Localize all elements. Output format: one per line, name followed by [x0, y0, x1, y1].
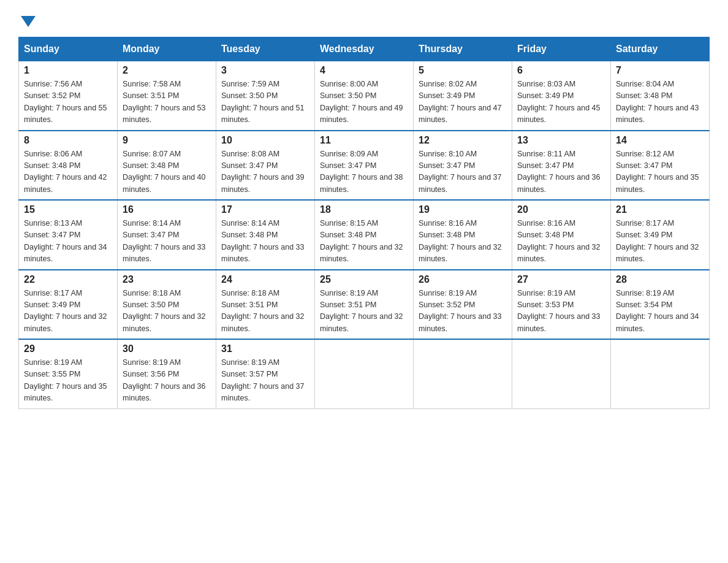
calendar-cell: 25Sunrise: 8:19 AMSunset: 3:51 PMDayligh… [315, 270, 414, 340]
calendar-cell: 20Sunrise: 8:16 AMSunset: 3:48 PMDayligh… [512, 200, 611, 270]
calendar-cell: 4Sunrise: 8:00 AMSunset: 3:50 PMDaylight… [315, 61, 414, 131]
calendar-cell: 5Sunrise: 8:02 AMSunset: 3:49 PMDaylight… [414, 61, 512, 131]
calendar-cell: 29Sunrise: 8:19 AMSunset: 3:55 PMDayligh… [19, 339, 118, 408]
logo [18, 12, 36, 25]
day-number: 29 [24, 343, 112, 354]
column-header-saturday: Saturday [611, 37, 710, 61]
day-number: 30 [123, 343, 211, 354]
day-number: 27 [517, 274, 605, 285]
day-info: Sunrise: 8:08 AMSunset: 3:47 PMDaylight:… [221, 148, 309, 196]
day-info: Sunrise: 8:19 AMSunset: 3:57 PMDaylight:… [221, 357, 309, 405]
day-number: 26 [419, 274, 507, 285]
day-info: Sunrise: 8:02 AMSunset: 3:49 PMDaylight:… [419, 79, 507, 126]
day-number: 20 [517, 204, 605, 215]
calendar-cell: 8Sunrise: 8:06 AMSunset: 3:48 PMDaylight… [19, 131, 118, 201]
day-number: 12 [419, 135, 507, 146]
calendar-cell: 30Sunrise: 8:19 AMSunset: 3:56 PMDayligh… [118, 339, 216, 408]
day-number: 8 [24, 135, 112, 146]
day-number: 22 [24, 274, 112, 285]
day-info: Sunrise: 8:07 AMSunset: 3:48 PMDaylight:… [123, 148, 211, 196]
calendar-cell: 11Sunrise: 8:09 AMSunset: 3:47 PMDayligh… [315, 131, 414, 201]
day-info: Sunrise: 8:17 AMSunset: 3:49 PMDaylight:… [616, 218, 704, 266]
column-header-tuesday: Tuesday [216, 37, 315, 61]
day-info: Sunrise: 8:10 AMSunset: 3:47 PMDaylight:… [419, 148, 507, 196]
page-header [18, 12, 710, 25]
calendar-cell: 14Sunrise: 8:12 AMSunset: 3:47 PMDayligh… [611, 131, 710, 201]
day-info: Sunrise: 8:16 AMSunset: 3:48 PMDaylight:… [517, 218, 605, 266]
day-info: Sunrise: 8:17 AMSunset: 3:49 PMDaylight:… [24, 288, 112, 335]
calendar-week-row: 8Sunrise: 8:06 AMSunset: 3:48 PMDaylight… [19, 131, 710, 201]
calendar-cell: 28Sunrise: 8:19 AMSunset: 3:54 PMDayligh… [611, 270, 710, 340]
day-number: 9 [123, 135, 211, 146]
day-info: Sunrise: 8:00 AMSunset: 3:50 PMDaylight:… [320, 79, 408, 126]
day-number: 1 [24, 65, 112, 76]
calendar-cell: 3Sunrise: 7:59 AMSunset: 3:50 PMDaylight… [216, 61, 315, 131]
day-info: Sunrise: 8:04 AMSunset: 3:48 PMDaylight:… [616, 79, 704, 126]
column-header-sunday: Sunday [19, 37, 118, 61]
calendar-cell: 15Sunrise: 8:13 AMSunset: 3:47 PMDayligh… [19, 200, 118, 270]
day-info: Sunrise: 7:58 AMSunset: 3:51 PMDaylight:… [123, 79, 211, 126]
day-info: Sunrise: 8:19 AMSunset: 3:55 PMDaylight:… [24, 357, 112, 405]
calendar-cell: 10Sunrise: 8:08 AMSunset: 3:47 PMDayligh… [216, 131, 315, 201]
day-number: 6 [517, 65, 605, 76]
day-number: 3 [221, 65, 309, 76]
calendar-cell [414, 339, 512, 408]
day-number: 7 [616, 65, 704, 76]
day-number: 24 [221, 274, 309, 285]
calendar-cell: 12Sunrise: 8:10 AMSunset: 3:47 PMDayligh… [414, 131, 512, 201]
calendar-cell: 31Sunrise: 8:19 AMSunset: 3:57 PMDayligh… [216, 339, 315, 408]
calendar-header-row: SundayMondayTuesdayWednesdayThursdayFrid… [19, 37, 710, 61]
calendar-week-row: 15Sunrise: 8:13 AMSunset: 3:47 PMDayligh… [19, 200, 710, 270]
calendar-table: SundayMondayTuesdayWednesdayThursdayFrid… [18, 37, 710, 409]
calendar-cell: 2Sunrise: 7:58 AMSunset: 3:51 PMDaylight… [118, 61, 216, 131]
calendar-cell: 23Sunrise: 8:18 AMSunset: 3:50 PMDayligh… [118, 270, 216, 340]
calendar-cell: 24Sunrise: 8:18 AMSunset: 3:51 PMDayligh… [216, 270, 315, 340]
calendar-cell [611, 339, 710, 408]
day-number: 16 [123, 204, 211, 215]
calendar-week-row: 29Sunrise: 8:19 AMSunset: 3:55 PMDayligh… [19, 339, 710, 408]
column-header-thursday: Thursday [414, 37, 512, 61]
day-info: Sunrise: 8:12 AMSunset: 3:47 PMDaylight:… [616, 148, 704, 196]
day-info: Sunrise: 8:19 AMSunset: 3:56 PMDaylight:… [123, 357, 211, 405]
day-info: Sunrise: 8:18 AMSunset: 3:51 PMDaylight:… [221, 288, 309, 335]
calendar-cell: 1Sunrise: 7:56 AMSunset: 3:52 PMDaylight… [19, 61, 118, 131]
day-number: 11 [320, 135, 408, 146]
calendar-cell [512, 339, 611, 408]
day-number: 28 [616, 274, 704, 285]
column-header-friday: Friday [512, 37, 611, 61]
day-number: 15 [24, 204, 112, 215]
calendar-week-row: 1Sunrise: 7:56 AMSunset: 3:52 PMDaylight… [19, 61, 710, 131]
day-info: Sunrise: 7:56 AMSunset: 3:52 PMDaylight:… [24, 79, 112, 126]
day-info: Sunrise: 8:03 AMSunset: 3:49 PMDaylight:… [517, 79, 605, 126]
day-info: Sunrise: 8:13 AMSunset: 3:47 PMDaylight:… [24, 218, 112, 266]
day-info: Sunrise: 7:59 AMSunset: 3:50 PMDaylight:… [221, 79, 309, 126]
day-number: 21 [616, 204, 704, 215]
day-number: 10 [221, 135, 309, 146]
calendar-cell: 13Sunrise: 8:11 AMSunset: 3:47 PMDayligh… [512, 131, 611, 201]
day-info: Sunrise: 8:14 AMSunset: 3:47 PMDaylight:… [123, 218, 211, 266]
day-info: Sunrise: 8:11 AMSunset: 3:47 PMDaylight:… [517, 148, 605, 196]
day-info: Sunrise: 8:18 AMSunset: 3:50 PMDaylight:… [123, 288, 211, 335]
calendar-cell: 27Sunrise: 8:19 AMSunset: 3:53 PMDayligh… [512, 270, 611, 340]
calendar-cell: 21Sunrise: 8:17 AMSunset: 3:49 PMDayligh… [611, 200, 710, 270]
calendar-cell: 9Sunrise: 8:07 AMSunset: 3:48 PMDaylight… [118, 131, 216, 201]
day-info: Sunrise: 8:15 AMSunset: 3:48 PMDaylight:… [320, 218, 408, 266]
day-number: 25 [320, 274, 408, 285]
calendar-cell: 18Sunrise: 8:15 AMSunset: 3:48 PMDayligh… [315, 200, 414, 270]
day-info: Sunrise: 8:14 AMSunset: 3:48 PMDaylight:… [221, 218, 309, 266]
calendar-cell: 7Sunrise: 8:04 AMSunset: 3:48 PMDaylight… [611, 61, 710, 131]
day-info: Sunrise: 8:19 AMSunset: 3:52 PMDaylight:… [419, 288, 507, 335]
column-header-wednesday: Wednesday [315, 37, 414, 61]
day-number: 31 [221, 343, 309, 354]
day-number: 5 [419, 65, 507, 76]
calendar-cell: 17Sunrise: 8:14 AMSunset: 3:48 PMDayligh… [216, 200, 315, 270]
day-info: Sunrise: 8:19 AMSunset: 3:54 PMDaylight:… [616, 288, 704, 335]
day-info: Sunrise: 8:06 AMSunset: 3:48 PMDaylight:… [24, 148, 112, 196]
day-number: 14 [616, 135, 704, 146]
day-number: 17 [221, 204, 309, 215]
day-number: 19 [419, 204, 507, 215]
day-number: 13 [517, 135, 605, 146]
day-number: 2 [123, 65, 211, 76]
calendar-cell: 26Sunrise: 8:19 AMSunset: 3:52 PMDayligh… [414, 270, 512, 340]
calendar-cell: 16Sunrise: 8:14 AMSunset: 3:47 PMDayligh… [118, 200, 216, 270]
